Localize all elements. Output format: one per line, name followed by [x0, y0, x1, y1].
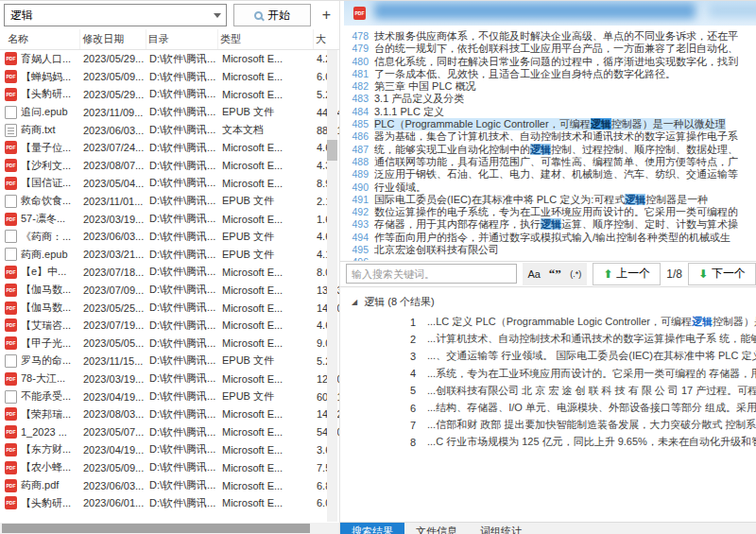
file-row[interactable]: 育娲人口... 2023/05/29... D:\软件\腾讯... Micros…	[0, 50, 339, 68]
file-directory: D:\软件\腾讯...	[147, 212, 220, 226]
file-directory: D:\软件\腾讯...	[147, 176, 220, 190]
combobox-dropdown-arrow[interactable]	[209, 13, 226, 18]
result-item[interactable]: 1 ...LC 定义 PLC（Programmable Logic Contro…	[340, 314, 756, 331]
file-row[interactable]: 【e】中... 2023/07/18... D:\软件\腾讯... Micros…	[0, 264, 339, 282]
column-header-type[interactable]: 类型	[218, 29, 314, 49]
tab-search-results[interactable]: 搜索结果	[340, 523, 404, 534]
find-toolbar: Aa “” (.*) ⬆ 上一个 1/8 ⬇ 下一个	[340, 261, 756, 287]
result-item[interactable]: 5 ...创联科技有限公司 北 京 宏 途 创 联 科 技 有 限 公 司 17…	[340, 382, 756, 399]
file-row[interactable]: 罗马的命... 2023/11/15... D:\软件\腾讯... EPUB 文…	[0, 353, 339, 370]
file-row[interactable]: 【艾瑞咨... 2023/07/19... D:\软件\腾讯... Micros…	[0, 317, 339, 335]
file-date: 2023/06/01...	[81, 497, 147, 508]
file-name: 不能承受...	[21, 389, 81, 404]
file-row[interactable]: 救命饮食... 2023/11/01... D:\软件\腾讯... EPUB 文…	[0, 192, 339, 210]
results-group-header[interactable]: ◢ 逻辑 (8 个结果)	[340, 292, 756, 314]
file-row[interactable]: 78-大江... 2023/03/19... D:\软件\腾讯... Micro…	[0, 370, 339, 388]
result-item[interactable]: 7 ...信部和财 政部 提出要加快智能制造装备发展，大力突破分散式 控制系统（…	[340, 417, 756, 434]
result-item[interactable]: 8 ...C 行业市场规模为 125 亿元，同比上升 9.65%，未来在自动化升…	[340, 434, 756, 451]
file-type: Microsoft E...	[220, 142, 317, 153]
file-name: 【头豹研...	[21, 87, 81, 101]
result-snippet-pre: ...、交通运输等 行业领域。 国际电工委员会(IEC)在其标准中将 PLC 定…	[427, 350, 756, 361]
file-type: EPUB 文件	[220, 248, 317, 262]
file-row[interactable]: 追问.epub 2023/11/09... D:\软件\腾讯... EPUB 文…	[0, 103, 339, 121]
column-header-date[interactable]: 修改日期	[80, 29, 146, 49]
file-row[interactable]: 1_2023 ... 2023/05/07... D:\软件\腾讯... Mic…	[0, 423, 339, 441]
file-row[interactable]: 【东方财... 2023/04/19... D:\软件\腾讯... Micros…	[0, 441, 339, 459]
file-row[interactable]: 57-凛冬... 2023/03/19... D:\软件\腾讯... Micro…	[0, 210, 339, 228]
file-row[interactable]: 【沙利文... 2023/08/07... D:\软件\腾讯... Micros…	[0, 157, 339, 175]
file-directory: D:\软件\腾讯...	[147, 141, 220, 155]
result-item[interactable]: 2 ...计算机技术、自动控制技术和通讯技术的数字运算操作电子系 统，能够实现工…	[340, 331, 756, 348]
file-row[interactable]: 【蝉妈妈... 2023/05/09... D:\软件\腾讯... Micros…	[0, 68, 339, 86]
file-row[interactable]: 【量子位... 2023/07/24... D:\软件\腾讯... Micros…	[0, 139, 339, 157]
app-window: 开始 + 名称 修改日期 目录 类型 大 育娲人口... 2023/05/29.…	[0, 0, 756, 534]
file-row[interactable]: 药商.pdf 2023/06/03... D:\软件\腾讯... Microso…	[0, 476, 339, 494]
line-number: 484	[346, 106, 369, 118]
next-match-button[interactable]: ⬇ 下一个	[688, 263, 756, 285]
add-tab-button[interactable]: +	[318, 5, 335, 26]
file-date: 2023/05/05...	[81, 337, 147, 349]
line-number: 494	[346, 232, 369, 244]
regex-button[interactable]: (.*)	[566, 265, 585, 284]
search-match-highlight: 逻辑	[541, 218, 561, 230]
file-row[interactable]: 【荣邦瑞... 2023/08/03... D:\软件\腾讯... Micros…	[0, 405, 339, 423]
chevron-down-icon	[214, 13, 221, 18]
start-search-button[interactable]: 开始	[233, 4, 310, 26]
vertical-scrollbar-thumb[interactable]	[327, 140, 337, 161]
horizontal-scrollbar[interactable]	[0, 523, 339, 534]
preview-line: 481 了一条成本低、见效快，且适合工业企业自身特点的数字化路径。	[346, 68, 756, 80]
file-type-icon	[5, 372, 17, 386]
search-input[interactable]	[5, 9, 209, 22]
tab-phrase-stats[interactable]: 词组统计	[469, 523, 533, 534]
search-combobox[interactable]	[4, 4, 227, 26]
match-case-button[interactable]: Aa	[524, 265, 543, 284]
up-arrow-icon: ⬆	[603, 267, 612, 281]
column-header-size[interactable]: 大	[314, 29, 339, 49]
horizontal-scrollbar-thumb[interactable]	[2, 524, 310, 533]
file-row[interactable]: 【伽马数... 2023/05/25... D:\软件\腾讯... Micros…	[0, 299, 339, 317]
file-row[interactable]: 【农小蜂... 2023/05/09... D:\软件\腾讯... Micros…	[0, 458, 339, 476]
file-type: Microsoft E...	[220, 160, 317, 171]
file-type: Microsoft E...	[220, 53, 317, 64]
line-text: 3.1.1 PLC 定义	[374, 106, 444, 118]
line-text: 数位运算操作的电子系统，专为在工业环境应用而设计的。它采用一类可编程的	[374, 206, 738, 218]
preview-line: 483 3.1 产品定义及分类	[346, 93, 756, 105]
column-header-name[interactable]: 名称	[0, 29, 80, 49]
file-directory: D:\软件\腾讯...	[147, 478, 220, 492]
file-directory: D:\软件\腾讯...	[147, 496, 220, 510]
file-date: 2023/08/03...	[81, 408, 147, 420]
find-keyword-input[interactable]	[346, 264, 517, 284]
previous-match-button[interactable]: ⬆ 上一个	[593, 263, 661, 285]
file-directory: D:\软件\腾讯...	[147, 371, 220, 386]
result-item[interactable]: 3 ...、交通运输等 行业领域。 国际电工委员会(IEC)在其标准中将 PLC…	[340, 348, 756, 365]
whole-word-button[interactable]: “”	[545, 265, 564, 284]
tab-file-info[interactable]: 文件信息	[404, 523, 469, 534]
file-row[interactable]: 药商.txt 2023/06/03... D:\软件\腾讯... 文本文档 88…	[0, 121, 339, 139]
file-row[interactable]: 【甲子光... 2023/05/05... D:\软件\腾讯... Micros…	[0, 335, 339, 353]
file-row[interactable]: 【头豹研... 2023/06/01... D:\软件\腾讯... Micros…	[0, 494, 339, 512]
result-item[interactable]: 4 ...系统，专为在工业环境应用而设计的。它采用一类可编程的 存储器，用于其内…	[340, 365, 756, 382]
file-row[interactable]: 药商.epub 2023/03/21... D:\软件\腾讯... EPUB 文…	[0, 246, 339, 264]
line-text: 作等面向用户的指令，并通过数字或模拟式输入/输出控制各种类型的机械或生	[374, 232, 730, 244]
document-preview[interactable]: 478 技术服务供应商体系，不仅能及时解决企业高级、单点的不同业务诉求，还在平 …	[340, 26, 756, 261]
file-row[interactable]: 【伽马数... 2023/07/09... D:\软件\腾讯... Micros…	[0, 281, 339, 299]
file-row[interactable]: 不能承受... 2023/04/19... D:\软件\腾讯... EPUB 文…	[0, 388, 339, 405]
result-item[interactable]: 6 ...结构、存储器、I/O 单元、电源模块、外部设备接口等部分 组成。采用了…	[340, 399, 756, 416]
file-row[interactable]: 【国信证... 2023/05/04... D:\软件\腾讯... Micros…	[0, 175, 339, 193]
result-snippet: ...计算机技术、自动控制技术和通讯技术的数字运算操作电子系 统，能够实现工业.…	[427, 332, 756, 346]
file-row[interactable]: 《药商：... 2023/06/03... D:\软件\腾讯... EPUB 文…	[0, 228, 339, 246]
file-name: 药商.txt	[21, 123, 81, 137]
document-tab[interactable]	[344, 1, 756, 26]
file-type-icon	[5, 106, 17, 119]
file-type: Microsoft E...	[220, 319, 317, 331]
file-name: 57-凛冬...	[21, 212, 81, 226]
file-row[interactable]: 【头豹研... 2023/05/29... D:\软件\腾讯... Micros…	[0, 86, 339, 104]
line-text-pre: PLC（Programmable Logic Controller，可编程	[374, 118, 591, 129]
file-name: 罗马的命...	[21, 353, 81, 368]
results-group-label: 逻辑 (8 个结果)	[364, 295, 435, 309]
line-text: 第三章 中国 PLC 概况	[374, 80, 476, 93]
result-number: 4	[340, 368, 427, 379]
file-date: 2023/05/25...	[81, 302, 147, 314]
column-header-dir[interactable]: 目录	[146, 29, 218, 49]
vertical-scrollbar[interactable]	[327, 50, 337, 522]
